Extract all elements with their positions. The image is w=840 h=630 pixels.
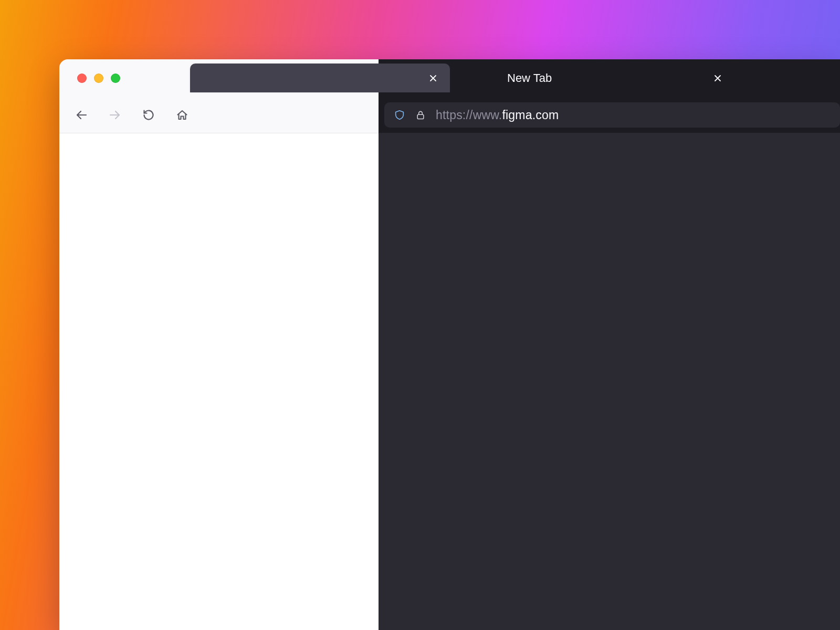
minimize-window-button[interactable] xyxy=(94,74,103,83)
url-text: https://www.figma.com xyxy=(436,108,559,122)
url-domain: figma.com xyxy=(502,108,559,122)
window-dark-half: New Tab htt xyxy=(379,59,840,630)
tab-label: New Tab xyxy=(507,71,710,85)
browser-window: Figma xyxy=(59,59,840,630)
url-bar[interactable]: https://www.figma.com xyxy=(384,102,840,128)
reload-button[interactable] xyxy=(138,104,159,125)
home-button[interactable] xyxy=(172,104,193,125)
toolbar-light xyxy=(59,97,379,133)
window-controls xyxy=(77,59,120,97)
tabstrip-dark: New Tab xyxy=(379,59,840,97)
close-tab-icon[interactable] xyxy=(710,71,725,86)
maximize-window-button[interactable] xyxy=(111,74,120,83)
forward-button xyxy=(104,104,125,125)
close-window-button[interactable] xyxy=(77,74,87,83)
firefox-icon xyxy=(485,72,498,85)
tab-figma-dark-overflow[interactable] xyxy=(190,64,450,92)
tab-newtab[interactable]: New Tab xyxy=(475,64,734,92)
page-content-light xyxy=(59,133,379,630)
back-button[interactable] xyxy=(71,104,92,125)
toolbar-dark: https://www.figma.com xyxy=(379,97,840,133)
lock-icon[interactable] xyxy=(415,109,426,121)
url-protocol: https://www. xyxy=(436,108,502,122)
close-tab-icon[interactable] xyxy=(426,71,440,86)
tracking-protection-icon[interactable] xyxy=(394,109,405,121)
window-light-half: Figma xyxy=(59,59,379,630)
page-content-dark xyxy=(379,133,840,630)
svg-rect-0 xyxy=(417,114,424,119)
desktop-wallpaper: Figma xyxy=(0,0,840,630)
